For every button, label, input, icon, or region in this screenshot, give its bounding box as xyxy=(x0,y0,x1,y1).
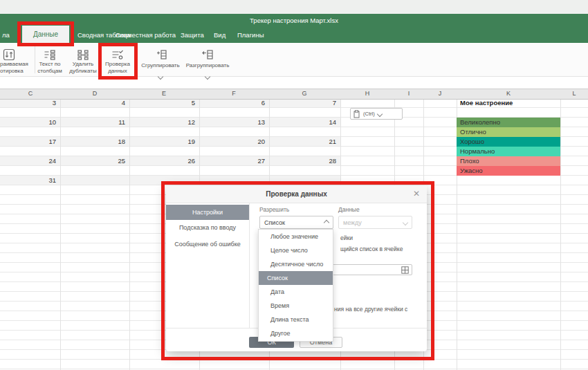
group-chevron-icon[interactable] xyxy=(158,69,163,82)
show-list-text-fragment: щийся список в ячейке xyxy=(340,246,403,252)
mood-cell-horosho[interactable]: Хорошо xyxy=(457,137,560,147)
cell[interactable]: 11 xyxy=(61,118,125,127)
data-combobox[interactable]: между xyxy=(338,216,412,229)
ignore-blanks-text-fragment: ейки xyxy=(340,234,353,241)
mood-cell-uzhasno[interactable]: Ужасно xyxy=(457,166,560,176)
paste-options-button[interactable]: (Ctrl) xyxy=(350,108,403,120)
group-label: Сгруппировать xyxy=(136,62,185,69)
cell[interactable]: 19 xyxy=(130,137,195,147)
column-header-f[interactable]: F xyxy=(232,89,236,98)
dropdown-item-other[interactable]: Другое xyxy=(259,326,333,340)
dialog-sidebar-divider xyxy=(249,203,250,328)
ungroup-button[interactable]: Разгруппировать xyxy=(181,62,234,69)
ungroup-icon[interactable] xyxy=(201,48,214,64)
gridline-vertical xyxy=(60,89,61,370)
allow-dropdown-list: Любое значение Целое число Десятичное чи… xyxy=(258,229,333,342)
clipboard-icon xyxy=(353,110,360,118)
app-window: Трекер настроения Март.xlsx ла Данные Св… xyxy=(0,0,588,370)
cell[interactable]: 17 xyxy=(0,137,56,147)
dropdown-item-any-value[interactable]: Любое значение xyxy=(259,230,333,243)
custom-sort-button[interactable]: раиваемая отировка xyxy=(0,61,32,74)
cell[interactable]: 14 xyxy=(270,118,336,127)
tab-collaboration[interactable]: Совместная работа xyxy=(116,31,176,39)
column-header-g[interactable]: G xyxy=(302,89,306,98)
remove-duplicates-label-1: Удалить xyxy=(62,61,104,68)
dropdown-item-whole-number[interactable]: Целое число xyxy=(259,243,333,257)
column-header-l[interactable]: L xyxy=(572,89,576,98)
cell[interactable]: 24 xyxy=(0,156,56,166)
cell[interactable]: 3 xyxy=(0,98,56,108)
cell[interactable]: 25 xyxy=(61,156,125,166)
column-header-j[interactable]: J xyxy=(439,89,442,98)
data-validation-label-1: Проверка xyxy=(101,61,134,68)
cell[interactable]: 7 xyxy=(270,98,336,108)
apply-changes-text-fragment: ния на все другие ячейки с xyxy=(334,306,407,313)
dropdown-item-date[interactable]: Дата xyxy=(259,285,333,299)
dialog-tab-error-message[interactable]: Сообщение об ошибке xyxy=(166,241,249,248)
column-header-c[interactable]: C xyxy=(28,89,33,98)
column-header-k[interactable]: K xyxy=(506,89,511,98)
remove-duplicates-label-2: дубликаты xyxy=(62,68,104,75)
dialog-tab-settings[interactable]: Настройки xyxy=(166,205,249,220)
column-header-d[interactable]: D xyxy=(93,89,98,98)
gridline-vertical xyxy=(560,89,561,370)
data-validation-label-2: данных xyxy=(101,68,134,75)
tab-formula-partial[interactable]: ла xyxy=(2,31,10,39)
group-icon[interactable] xyxy=(155,48,167,64)
cell[interactable]: 26 xyxy=(130,156,195,166)
cell[interactable]: 18 xyxy=(61,137,125,147)
mood-cell-otlichno[interactable]: Отлично xyxy=(457,127,560,137)
expand-chevron-icon xyxy=(403,219,408,225)
top-strip xyxy=(0,0,588,14)
cell[interactable]: 10 xyxy=(0,118,56,127)
ungroup-label: Разгруппировать xyxy=(181,62,234,69)
custom-sort-label-2: отировка xyxy=(0,68,32,75)
dropdown-item-time[interactable]: Время xyxy=(259,299,333,313)
tab-plugins[interactable]: Плагины xyxy=(237,31,264,39)
data-value: между xyxy=(343,219,362,226)
cell[interactable]: 28 xyxy=(270,156,336,166)
dialog-title: Проверка данных xyxy=(166,185,427,203)
cell[interactable]: 6 xyxy=(200,98,265,108)
column-header-h[interactable]: H xyxy=(365,89,370,98)
mood-column-header[interactable]: Мое настроение xyxy=(460,98,513,108)
cell[interactable]: 21 xyxy=(270,137,336,147)
mood-cell-ploho[interactable]: Плохо xyxy=(457,156,560,166)
cell[interactable]: 4 xyxy=(61,98,125,108)
cell[interactable]: 27 xyxy=(200,156,265,166)
dialog-tab-input-hint[interactable]: Подсказка по вводу xyxy=(166,224,249,231)
cell[interactable]: 12 xyxy=(130,118,195,127)
custom-sort-label-1: раиваемая xyxy=(0,61,32,68)
cell[interactable]: 5 xyxy=(130,98,195,108)
data-validation-button[interactable]: Проверка данных xyxy=(101,61,134,74)
dropdown-item-text-length[interactable]: Длина текста xyxy=(259,313,333,326)
group-button[interactable]: Сгруппировать xyxy=(136,62,185,69)
gridline-vertical xyxy=(129,89,130,370)
collapse-chevron-icon xyxy=(324,219,329,225)
column-header-i[interactable]: I xyxy=(408,89,410,98)
cell[interactable]: 13 xyxy=(200,118,265,127)
ungroup-chevron-icon[interactable] xyxy=(205,69,210,82)
cell[interactable]: 20 xyxy=(200,137,265,147)
allow-combobox[interactable]: Список xyxy=(259,216,333,229)
remove-duplicates-button[interactable]: Удалить дубликаты xyxy=(62,61,104,74)
select-range-icon[interactable] xyxy=(401,266,409,274)
dropdown-item-decimal[interactable]: Десятичное число xyxy=(259,257,333,271)
mood-cell-normalno[interactable]: Нормально xyxy=(457,147,560,156)
data-label: Данные xyxy=(338,206,360,213)
column-header-e[interactable]: E xyxy=(162,89,166,98)
dropdown-item-list[interactable]: Список xyxy=(259,271,333,285)
tab-view[interactable]: Вид xyxy=(214,31,226,39)
tab-protection[interactable]: Защита xyxy=(181,31,204,39)
paste-options-label: (Ctrl) xyxy=(363,111,375,117)
allow-value: Список xyxy=(264,219,285,226)
document-title: Трекер настроения Март.xlsx xyxy=(0,17,588,24)
tab-data[interactable]: Данные xyxy=(22,26,69,43)
cell[interactable]: 31 xyxy=(0,176,56,185)
mood-cell-velikolepno[interactable]: Великолепно xyxy=(457,118,560,127)
paste-options-chevron-icon xyxy=(376,111,382,116)
close-icon[interactable]: ✕ xyxy=(413,189,420,198)
allow-label: Разрешить xyxy=(259,206,289,213)
